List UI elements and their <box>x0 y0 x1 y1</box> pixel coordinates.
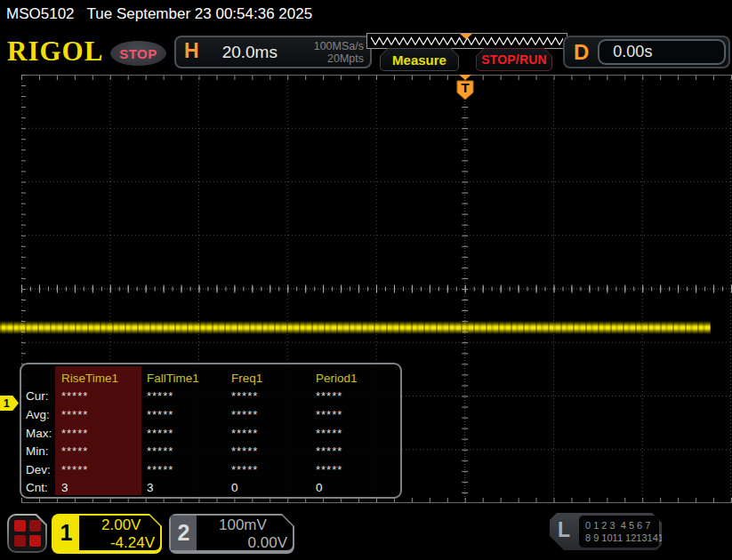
meas-value: ***** <box>147 463 231 476</box>
meas-col-header: Period1 <box>316 372 400 385</box>
measure-button[interactable]: Measure <box>380 48 459 71</box>
meas-value: ***** <box>231 427 316 440</box>
meas-value: ***** <box>316 389 400 403</box>
measure-button-label: Measure <box>392 52 446 68</box>
stop-run-button-label: STOP/RUN <box>481 52 547 67</box>
meas-value: ***** <box>316 427 400 440</box>
channel-2-number: 2 <box>171 516 197 550</box>
oscilloscope-screen: MSO5102 Tue September 23 00:54:36 2025 R… <box>0 0 732 560</box>
horizontal-panel[interactable]: H 20.0ms 100MSa/s 20Mpts <box>174 36 372 68</box>
channel-2-block[interactable]: 2 100mV 0.00V <box>169 514 294 554</box>
meas-value: ***** <box>147 408 231 421</box>
sample-rate: 100MSa/s <box>314 40 364 52</box>
grid-squares-icon <box>9 516 45 551</box>
channel-2-offset: 0.00V <box>201 534 287 552</box>
delay-value: 0.00s <box>598 39 726 65</box>
meas-value: ***** <box>231 463 316 476</box>
channel-1-block[interactable]: 1 2.00V -4.24V <box>52 514 162 554</box>
datetime: Tue September 23 00:54:36 2025 <box>87 5 313 23</box>
channel-1-offset: -4.24V <box>84 534 155 552</box>
stop-run-button[interactable]: STOP/RUN <box>476 48 552 71</box>
meas-row-label: Dev: <box>26 463 61 476</box>
logic-channels-row2: 8 9 1011 12131415 <box>585 532 659 544</box>
meas-value: ***** <box>61 463 147 476</box>
channel-2-scale: 100mV <box>219 516 267 534</box>
meas-value: ***** <box>147 444 231 458</box>
logic-channels-block[interactable]: L 0 1 2 3 4 5 6 7 8 9 1011 12131415 <box>550 513 662 550</box>
horizontal-icon: H <box>184 39 199 63</box>
meas-count: 3 <box>147 481 231 494</box>
measurement-table: RiseTime1 FallTime1 Freq1 Period1 Cur: *… <box>20 363 402 499</box>
meas-value: ***** <box>61 427 147 440</box>
rigol-logo: RIGOL <box>7 36 103 68</box>
meas-value: ***** <box>147 389 231 403</box>
meas-col-header: Freq1 <box>231 372 316 385</box>
meas-count: 3 <box>61 481 147 494</box>
ch1-offset-flag[interactable]: 1 <box>0 396 19 411</box>
meas-value: ***** <box>61 408 147 421</box>
meas-row-label: Min: <box>26 444 61 458</box>
menu-grid-button[interactable] <box>7 514 47 553</box>
ch1-trace <box>0 321 711 334</box>
meas-row-label: Cur: <box>26 389 61 403</box>
trigger-symbol: T <box>461 80 469 95</box>
channel-1-scale: 2.00V <box>101 516 141 534</box>
logic-label: L <box>558 518 570 542</box>
delay-icon: D <box>574 40 589 65</box>
meas-value: ***** <box>147 427 231 440</box>
meas-row-label: Max: <box>26 427 61 440</box>
meas-row-label: Avg: <box>26 408 61 421</box>
meas-value: ***** <box>231 408 316 421</box>
meas-count: 0 <box>316 481 400 494</box>
meas-value: ***** <box>231 444 316 458</box>
meas-col-header: FallTime1 <box>147 372 231 385</box>
logic-channels-row1: 0 1 2 3 4 5 6 7 <box>585 519 659 532</box>
meas-value: ***** <box>316 463 400 476</box>
meas-value: ***** <box>316 408 400 421</box>
run-state-badge: STOP <box>110 41 166 66</box>
meas-col-header: RiseTime1 <box>61 372 147 385</box>
model-name: MSO5102 <box>6 5 75 23</box>
channel-1-number: 1 <box>53 516 79 550</box>
meas-value: ***** <box>316 444 400 458</box>
meas-value: ***** <box>61 389 147 403</box>
meas-count: 0 <box>231 481 316 494</box>
memory-depth: 20Mpts <box>327 52 364 65</box>
timebase-value: 20.0ms <box>222 43 278 62</box>
status-bar: MSO5102 Tue September 23 00:54:36 2025 <box>0 0 732 28</box>
meas-value: ***** <box>231 389 316 403</box>
trigger-marker-icon[interactable]: T <box>455 75 475 101</box>
waveform-preview[interactable] <box>366 33 567 49</box>
delay-panel[interactable]: D 0.00s <box>563 36 730 68</box>
preview-trigger-position-icon[interactable] <box>460 34 472 39</box>
meas-value: ***** <box>61 444 147 458</box>
meas-row-label: Cnt: <box>26 481 61 494</box>
